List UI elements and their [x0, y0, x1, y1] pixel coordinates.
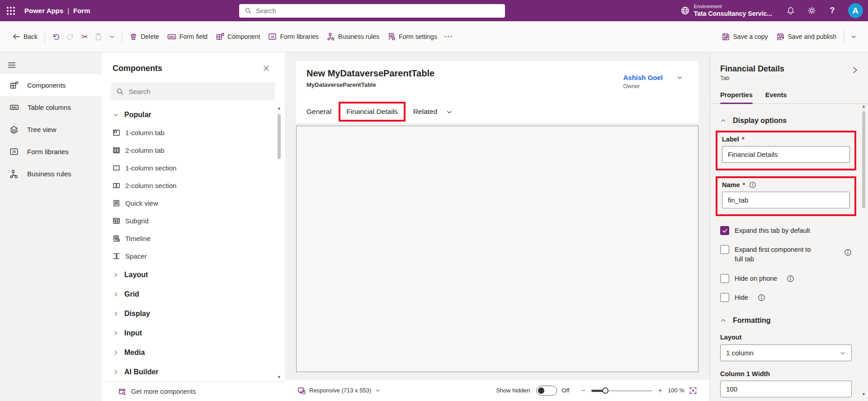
cut-button[interactable]: ✂	[78, 27, 91, 47]
component-button[interactable]: Component	[212, 27, 264, 47]
components-scrollbar[interactable]: ▲ ▼	[276, 105, 283, 380]
chevron-down-icon[interactable]	[446, 109, 453, 115]
zoom-slider[interactable]	[591, 387, 652, 394]
display-options-section-header[interactable]: Display options	[720, 117, 852, 125]
redo-icon	[66, 33, 75, 41]
globe-icon	[680, 6, 690, 15]
scrollbar-thumb[interactable]	[862, 111, 865, 208]
get-more-components-link[interactable]: Get more components	[102, 382, 285, 401]
delete-button[interactable]: Delete	[125, 27, 163, 47]
section-layout[interactable]: Layout	[113, 265, 285, 284]
section-popular[interactable]: Popular	[113, 106, 285, 124]
hide-checkbox[interactable]	[720, 293, 729, 302]
scroll-up-arrow[interactable]: ▲	[862, 103, 866, 109]
settings-button[interactable]	[801, 0, 822, 21]
rail-item-form-libraries[interactable]: JS Form libraries	[0, 141, 102, 163]
info-icon[interactable]	[844, 249, 852, 256]
scroll-down-arrow[interactable]: ▼	[862, 391, 866, 397]
waffle-menu-button[interactable]	[0, 0, 22, 21]
command-bar: Back ✂ Delete Abc Form field Component	[0, 21, 868, 52]
form-settings-button[interactable]: Form settings	[383, 27, 441, 47]
spacer-icon	[113, 252, 120, 260]
info-icon[interactable]	[749, 181, 756, 189]
section-input[interactable]: Input	[113, 323, 285, 343]
scrollbar-thumb[interactable]	[278, 114, 281, 159]
global-search[interactable]	[239, 4, 505, 18]
zoom-in-button[interactable]: +	[656, 387, 664, 395]
expand-default-checkbox[interactable]	[720, 226, 729, 235]
name-input[interactable]	[722, 192, 850, 208]
component-item-1-column-section[interactable]: 1-column section	[113, 159, 285, 177]
formatting-section-header[interactable]: Formatting	[720, 316, 852, 325]
scroll-up-arrow[interactable]: ▲	[277, 105, 281, 111]
chevron-down-icon[interactable]	[676, 74, 683, 81]
form-tab-general[interactable]: General	[307, 108, 339, 116]
save-options-chevron[interactable]	[847, 27, 860, 47]
layout-select[interactable]: 1 column	[720, 344, 852, 361]
notifications-button[interactable]	[780, 0, 801, 21]
canvas-status-bar: Responsive (713 x 553) Show hidden Off −…	[285, 380, 710, 401]
rail-item-components[interactable]: Components	[0, 74, 102, 96]
save-a-copy-button[interactable]: Save a copy	[717, 27, 772, 47]
global-search-input[interactable]	[256, 7, 500, 14]
help-button[interactable]: ?	[822, 0, 843, 21]
rail-item-business-rules[interactable]: Business rules	[0, 163, 102, 185]
collapse-rail-button[interactable]	[1, 56, 23, 74]
paste-dropdown-chevron[interactable]	[106, 27, 118, 47]
section-grid[interactable]: Grid	[113, 284, 285, 304]
rail-item-table-columns[interactable]: Abc Table columns	[0, 96, 102, 118]
expand-first-component-checkbox[interactable]	[720, 245, 729, 254]
tab-events[interactable]: Events	[765, 91, 787, 104]
rail-item-tree-view[interactable]: Tree view	[0, 118, 102, 141]
one-column-tab-icon	[113, 129, 120, 137]
environment-picker[interactable]: Environment Tata Consultancy Servic...	[672, 0, 780, 21]
section-ai-builder[interactable]: AI Builder	[113, 362, 285, 382]
app-title: Power Apps|Form	[24, 7, 90, 14]
scroll-down-arrow[interactable]: ▼	[277, 374, 281, 380]
collapse-properties-button[interactable]	[851, 66, 859, 76]
fit-screen-icon	[689, 387, 697, 395]
business-rules-button[interactable]: Business rules	[323, 27, 383, 47]
tab-properties[interactable]: Properties	[720, 91, 753, 104]
cut-icon: ✂	[81, 32, 88, 42]
hide-on-phone-checkbox[interactable]	[720, 274, 729, 283]
save-and-publish-button[interactable]: Save and publish	[772, 27, 840, 47]
components-search[interactable]	[111, 82, 275, 100]
form-libraries-button[interactable]: JS Form libraries	[264, 27, 323, 47]
main-body: Components Abc Table columns Tree view J…	[0, 52, 868, 401]
paste-button[interactable]	[91, 27, 106, 47]
undo-button[interactable]	[48, 27, 63, 47]
component-item-subgrid[interactable]: Subgrid	[113, 212, 285, 230]
component-item-2-column-tab[interactable]: 2-column tab	[113, 142, 285, 159]
form-tab-financial-details[interactable]: Financial Details	[346, 108, 398, 115]
component-item-2-column-section[interactable]: 2-column section	[113, 177, 285, 194]
account-button[interactable]: A	[843, 0, 868, 21]
section-media[interactable]: Media	[113, 343, 285, 362]
close-panel-button[interactable]	[259, 61, 273, 75]
app-header: Power Apps|Form Environment Tata Consult…	[0, 0, 868, 21]
back-button[interactable]: Back	[8, 27, 42, 47]
slider-thumb[interactable]	[602, 387, 609, 394]
label-input[interactable]	[722, 146, 850, 163]
info-icon[interactable]	[758, 294, 765, 302]
zoom-out-button[interactable]: −	[579, 387, 587, 395]
tab-content-dropzone[interactable]	[296, 126, 698, 372]
fit-to-screen-button[interactable]	[689, 387, 697, 395]
form-field-button[interactable]: Abc Form field	[163, 27, 212, 47]
form-tab-related[interactable]: Related	[406, 108, 445, 116]
components-search-input[interactable]	[129, 88, 269, 95]
owner-name-link[interactable]: Ashish Goel	[623, 74, 663, 81]
properties-scrollbar[interactable]: ▲ ▼	[860, 103, 867, 397]
section-display[interactable]: Display	[113, 304, 285, 323]
toolbar-overflow-button[interactable]: ···	[441, 27, 457, 47]
component-item-1-column-tab[interactable]: 1-column tab	[113, 124, 285, 142]
info-icon[interactable]	[787, 275, 794, 283]
component-item-spacer[interactable]: Spacer	[113, 247, 285, 265]
component-item-timeline[interactable]: Timeline	[113, 230, 285, 247]
component-item-quick-view[interactable]: Quick view	[113, 194, 285, 212]
show-hidden-toggle[interactable]	[536, 386, 557, 396]
preview-size-selector[interactable]: Responsive (713 x 553)	[297, 387, 381, 395]
column1-width-input[interactable]	[720, 381, 852, 397]
trash-icon	[129, 33, 137, 41]
redo-button[interactable]	[63, 27, 78, 47]
